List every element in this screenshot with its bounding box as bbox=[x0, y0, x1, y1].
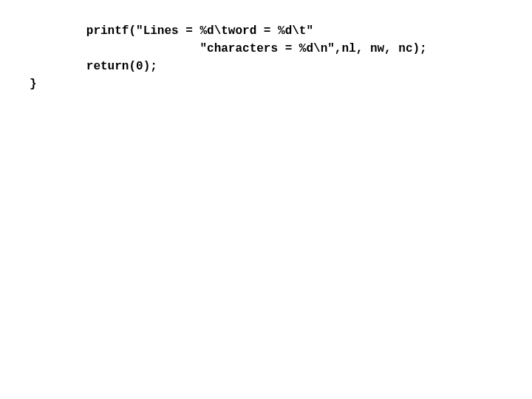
code-line-2: "characters = %d\n",nl, nw, nc); bbox=[30, 42, 427, 55]
slide-canvas: printf("Lines = %d\tword = %d\t" "charac… bbox=[0, 0, 532, 399]
code-line-3: return(0); bbox=[30, 60, 157, 73]
code-line-4: } bbox=[30, 78, 37, 91]
code-line-1: printf("Lines = %d\tword = %d\t" bbox=[30, 24, 313, 38]
code-block: printf("Lines = %d\tword = %d\t" "charac… bbox=[0, 22, 532, 93]
